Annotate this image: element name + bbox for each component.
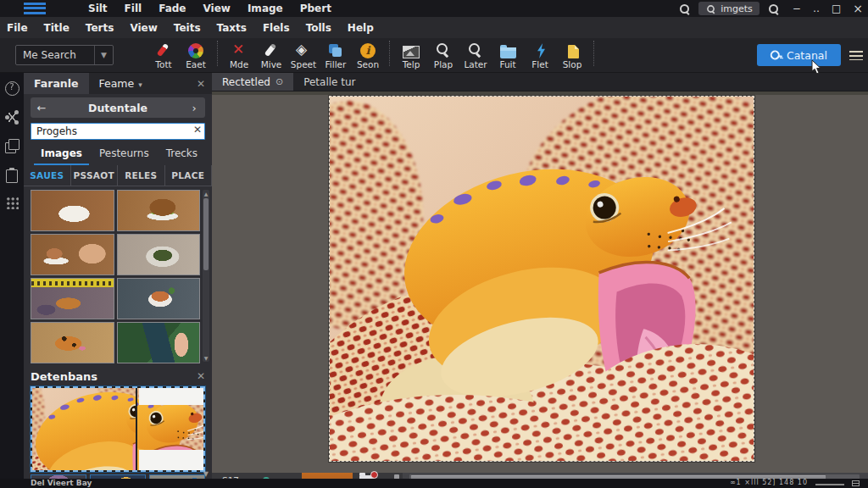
tool-label: Flet (531, 60, 548, 69)
close-icon[interactable]: ✕ (197, 370, 205, 382)
titlebar-menu-item[interactable]: Fade (159, 3, 186, 14)
share-icon[interactable] (5, 110, 19, 125)
close-icon[interactable]: ✕ (197, 78, 205, 90)
sidebar-nav-title: Dutentale (53, 102, 183, 114)
clipboard-icon[interactable] (5, 168, 19, 182)
titlebar-menu-item[interactable]: Pbert (300, 3, 331, 14)
menubar-item[interactable]: Teits (174, 22, 201, 34)
tool-label: Mde (230, 60, 248, 69)
toolbar-tools: Tott Eaet Mde Mive Speet (114, 38, 599, 72)
menubar-item[interactable]: Terts (86, 22, 114, 34)
layout-icon[interactable] (852, 480, 860, 486)
app-menu-icon[interactable] (24, 3, 46, 14)
tool-label: Tott (155, 60, 171, 69)
selected-image-preview[interactable]: a => a.map(s=>``).join('') (31, 386, 205, 473)
window-minimize-icon[interactable] (793, 0, 801, 18)
toolbar-tool[interactable]: Filler (320, 43, 352, 69)
scroll-up-icon[interactable]: ▲ (203, 191, 209, 197)
toolbar-tool[interactable]: Slop (556, 45, 588, 69)
toolbar-tool[interactable]: Seon (352, 43, 384, 69)
document-tab[interactable]: Rectetled ⊙ (212, 73, 293, 91)
scroll-down-icon[interactable]: ▼ (203, 355, 209, 361)
sidebar: Faranle Feame ✕ ← Dutentale › ✕ ImagesPe… (24, 73, 212, 488)
snake-head-thumbnail[interactable] (31, 322, 114, 363)
sidebar-subtab[interactable]: PLACE (165, 165, 213, 186)
menubar-item[interactable]: Taxts (217, 22, 247, 34)
overflow-menu-icon[interactable] (849, 51, 863, 60)
menubar-item[interactable]: File (7, 22, 28, 34)
toolbar-tool[interactable]: Fuit (492, 45, 524, 69)
titlebar-menu-item[interactable]: Fill (125, 3, 142, 14)
sidebar-panel-tab[interactable]: Faranle (24, 73, 89, 94)
sidebar-subtab[interactable]: SAUES (24, 165, 71, 186)
titlebar-search-box[interactable]: imgets (698, 2, 760, 15)
sidebar-subtabs: SAUESPSSAOTRELESPLACE (24, 165, 212, 186)
toolbar-tool[interactable]: Flet (524, 43, 556, 69)
toolbar-tool[interactable]: Eaet (180, 43, 212, 69)
toolbar-tool[interactable]: Mive (255, 43, 287, 69)
tool-label: Telp (403, 60, 420, 69)
forward-arrow-icon[interactable]: › (183, 102, 205, 114)
titlebar-menu-item[interactable]: View (203, 3, 230, 14)
toolbar-tool[interactable]: Telp (395, 44, 427, 69)
sidebar-tab[interactable]: Trecks (159, 146, 204, 165)
canvas[interactable]: a => a.map(s=>``).join('') (212, 92, 868, 473)
burger-on-plate-thumbnail[interactable] (117, 190, 201, 231)
sidebar-subtab[interactable]: PSSAOT (71, 165, 119, 186)
tool-label: Later (464, 60, 487, 69)
titlebar-menu-item[interactable]: Image (248, 3, 283, 14)
scrollbar-thumb[interactable] (203, 198, 209, 270)
document-tabs: Rectetled ⊙ Petalle tur (212, 73, 868, 92)
toolbar-separator (389, 41, 390, 66)
pages-icon[interactable] (5, 139, 19, 153)
sidebar-tab[interactable]: Images (34, 146, 89, 165)
hand-on-green-thumbnail[interactable] (117, 322, 201, 363)
chevron-down-icon[interactable]: ▼ (203, 470, 209, 478)
window-close-icon[interactable] (853, 0, 863, 18)
titlebar-search-value: imgets (721, 3, 753, 14)
canvas-image[interactable]: a => a.map(s=>``).join('') (329, 96, 754, 462)
clear-search-icon[interactable]: ✕ (193, 124, 202, 136)
catanal-button[interactable]: Catanal (757, 44, 841, 66)
menubar-item[interactable]: Help (348, 22, 374, 34)
menubar-item[interactable]: Flels (263, 22, 290, 34)
salad-plate-thumbnail[interactable] (117, 234, 201, 275)
preview-crop-right: a => a.map(s=>``).join('') (137, 388, 203, 471)
preview-white-area (139, 388, 203, 405)
sidebar-panel-tabs: Faranle Feame ✕ (24, 73, 212, 94)
help-circle-icon[interactable] (5, 81, 19, 96)
chevron-down-icon[interactable]: ▼ (94, 46, 113, 64)
preset-dropdown[interactable]: Me Search ▼ (15, 45, 114, 65)
tool-label: Eaet (186, 60, 206, 69)
toolbar-tool[interactable]: Tott (147, 43, 180, 69)
menubar-item[interactable]: Tolls (306, 22, 331, 34)
document-tab[interactable]: Petalle tur (293, 73, 370, 91)
dots-grid-icon[interactable] (6, 197, 19, 209)
plate-of-greens-thumbnail[interactable] (31, 190, 114, 231)
back-arrow-icon[interactable]: ← (31, 102, 53, 114)
toolbar-tool[interactable]: Later (459, 43, 492, 69)
window-restore-dots-icon[interactable] (813, 0, 820, 18)
menubar-item[interactable]: View (130, 22, 157, 34)
toolbar-tool[interactable]: Plap (427, 43, 459, 69)
menubar-item[interactable]: Title (44, 22, 70, 34)
toolbar-tool[interactable]: Mde (223, 43, 255, 69)
sidebar-panel-tab[interactable]: Feame (89, 73, 153, 94)
titlebar-menu-item[interactable]: Silt (88, 3, 108, 14)
soup-bowl-thumbnail[interactable] (117, 278, 201, 319)
sidebar-tabs: ImagesPesteurnsTrecks (24, 140, 212, 165)
sidebar-tab[interactable]: Pesteurns (92, 146, 156, 165)
search-icon[interactable] (768, 3, 779, 14)
magnifier-icon (467, 43, 484, 58)
search-icon[interactable] (679, 3, 690, 14)
toolbar-separator (217, 41, 218, 66)
snake-with-banner-thumbnail[interactable] (31, 278, 114, 319)
sidebar-search-input[interactable] (31, 123, 205, 140)
zoom-slider[interactable] (815, 484, 844, 485)
chevron-down-icon (138, 77, 142, 90)
window-maximize-icon[interactable] (832, 0, 841, 18)
sidebar-scrollbar[interactable]: ▲ ▼ (203, 190, 209, 362)
toolbar-tool[interactable]: Speet (287, 43, 320, 69)
sidebar-subtab[interactable]: RELES (118, 165, 165, 186)
burger-with-hand-thumbnail[interactable] (31, 234, 114, 275)
